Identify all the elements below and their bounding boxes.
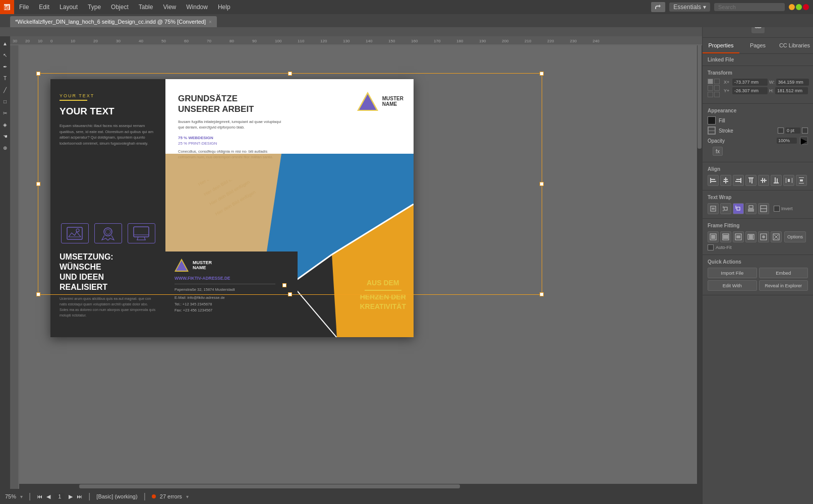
menu-window[interactable]: Window xyxy=(181,0,213,14)
ff-fit[interactable] xyxy=(733,231,744,242)
menu-right: Essentials ▾ xyxy=(651,2,813,12)
menu-table[interactable]: Table xyxy=(134,0,158,14)
edit-with-button[interactable]: Edit With xyxy=(708,280,757,291)
menu-view[interactable]: View xyxy=(158,0,181,14)
ref-bl[interactable] xyxy=(708,92,713,97)
tab-pages[interactable]: Pages xyxy=(739,38,776,53)
search-input[interactable] xyxy=(714,3,785,11)
scrollbar-vertical[interactable] xyxy=(697,36,702,484)
ff-center[interactable] xyxy=(758,231,769,242)
gradient-tool[interactable]: ◈ xyxy=(1,120,10,129)
nav-last[interactable]: ⏭ xyxy=(77,493,82,499)
canvas-area[interactable]: 30 20 10 0 10 20 30 40 50 60 70 80 90 10… xyxy=(10,36,702,489)
grundsatze-body: Ibusam fugdfia intiatejdegmreit, iumquia… xyxy=(178,119,284,131)
nav-next[interactable]: ▶ xyxy=(69,493,73,500)
nav-prev[interactable]: ◀ xyxy=(46,493,50,500)
ref-tc[interactable] xyxy=(714,79,720,84)
tw-next-column[interactable] xyxy=(758,203,769,214)
scroll-thumb-v[interactable] xyxy=(698,37,702,149)
ref-bc[interactable] xyxy=(714,92,720,97)
scroll-thumb-h[interactable] xyxy=(79,484,460,488)
close-button[interactable] xyxy=(803,4,809,10)
pen-tool[interactable]: ✒ xyxy=(1,62,10,71)
embed-button[interactable]: Embed xyxy=(759,268,808,278)
menu-help[interactable]: Help xyxy=(213,0,236,14)
tab-properties[interactable]: Properties xyxy=(703,38,739,53)
ff-options-button[interactable]: Options xyxy=(784,231,806,242)
align-top[interactable] xyxy=(745,175,757,186)
auto-fit-checkbox[interactable] xyxy=(708,244,714,250)
handle-tc[interactable] xyxy=(288,72,292,76)
y-input[interactable] xyxy=(732,87,768,94)
tw-jump[interactable] xyxy=(745,203,757,214)
tw-none[interactable] xyxy=(708,203,719,214)
menu-edit[interactable]: Edit xyxy=(34,0,54,14)
tw-object[interactable] xyxy=(733,203,744,214)
svg-text:70: 70 xyxy=(207,39,211,43)
minimize-button[interactable] xyxy=(789,4,795,10)
line-tool[interactable]: ╱ xyxy=(1,85,10,94)
stroke-arrow-up[interactable] xyxy=(778,128,784,134)
ref-mc[interactable] xyxy=(714,85,720,91)
tw-bbox[interactable] xyxy=(720,203,731,214)
select-tool[interactable]: ▲ xyxy=(1,39,10,48)
svg-rect-32 xyxy=(10,45,19,489)
share-button[interactable] xyxy=(651,2,665,12)
ff-proportional-fit[interactable] xyxy=(745,231,757,242)
h-label: H: xyxy=(769,88,774,93)
ff-fill[interactable] xyxy=(708,231,719,242)
essentials-button[interactable]: Essentials ▾ xyxy=(669,3,710,12)
scissors-tool[interactable]: ✂ xyxy=(1,108,10,117)
fx-button[interactable]: fx xyxy=(713,147,723,156)
handle-extra[interactable] xyxy=(282,283,286,287)
h-input[interactable] xyxy=(775,87,808,94)
stroke-input[interactable] xyxy=(785,128,800,134)
handle-mr[interactable] xyxy=(540,182,544,186)
zoom-dropdown[interactable]: ▾ xyxy=(20,494,23,499)
opacity-input[interactable] xyxy=(777,138,797,144)
x-input[interactable] xyxy=(732,79,768,86)
handle-bl[interactable] xyxy=(36,292,40,296)
stroke-dropdown[interactable] xyxy=(802,128,808,134)
invert-checkbox[interactable] xyxy=(774,206,780,212)
distribute-h[interactable] xyxy=(783,175,794,186)
scrollbar-horizontal[interactable] xyxy=(10,484,702,489)
fill-swatch[interactable] xyxy=(708,116,716,124)
type-tool[interactable]: T xyxy=(1,74,10,83)
distribute-v[interactable] xyxy=(796,175,807,186)
opacity-expand[interactable]: ▶ xyxy=(800,137,808,145)
menu-type[interactable]: Type xyxy=(83,0,106,14)
menu-object[interactable]: Object xyxy=(106,0,134,14)
ref-tl[interactable] xyxy=(708,79,713,84)
align-right[interactable] xyxy=(733,175,744,186)
svg-text:130: 130 xyxy=(343,39,350,43)
align-bottom[interactable] xyxy=(771,175,782,186)
align-center-v[interactable] xyxy=(758,175,769,186)
import-file-button[interactable]: Import File xyxy=(708,268,757,278)
handle-br[interactable] xyxy=(540,292,544,296)
handle-ml[interactable] xyxy=(36,182,40,186)
stroke-swatch[interactable] xyxy=(708,127,716,135)
nav-first[interactable]: ⏮ xyxy=(37,493,42,499)
menu-file[interactable]: File xyxy=(14,0,34,14)
align-center-h[interactable] xyxy=(720,175,731,186)
tab-close-button[interactable]: × xyxy=(209,19,212,25)
direct-select-tool[interactable]: ↖ xyxy=(1,50,10,59)
tab-cc-libraries[interactable]: CC Libraries xyxy=(776,38,813,53)
errors-dropdown[interactable]: ▾ xyxy=(186,494,189,499)
hand-tool[interactable]: ☚ xyxy=(1,132,10,141)
zoom-tool[interactable]: ⊕ xyxy=(1,143,10,152)
page-input[interactable] xyxy=(54,493,65,500)
ff-reset[interactable] xyxy=(771,231,782,242)
handle-tl[interactable] xyxy=(36,72,40,76)
handle-tr[interactable] xyxy=(540,72,544,76)
document-tab[interactable]: *Wickelfalzflyer_DIN_lang_hoch_6 seitig_… xyxy=(10,16,217,27)
ff-proportional-fill[interactable] xyxy=(720,231,731,242)
reveal-in-explorer-button[interactable]: Reveal in Explorer xyxy=(759,280,808,291)
rect-tool[interactable]: □ xyxy=(1,97,10,106)
maximize-button[interactable] xyxy=(796,4,802,10)
w-input[interactable] xyxy=(776,79,809,86)
align-left[interactable] xyxy=(708,175,719,186)
ref-ml[interactable] xyxy=(708,85,713,91)
menu-layout[interactable]: Layout xyxy=(54,0,83,14)
